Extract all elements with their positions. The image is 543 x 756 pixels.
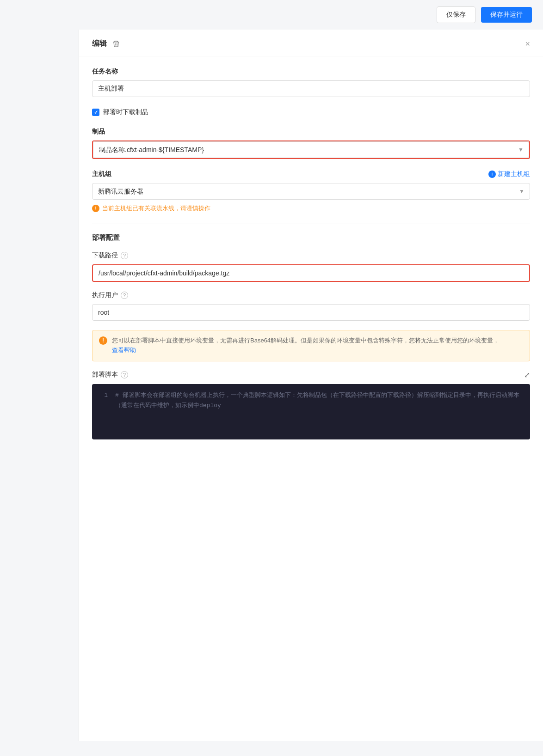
trash-icon[interactable]	[112, 40, 120, 48]
download-artifact-label: 部署时下载制品	[103, 108, 148, 116]
info-box-icon: !	[99, 336, 107, 345]
exec-user-label: 执行用户	[92, 291, 118, 299]
artifact-section: 制品 制品名称.cfxt-admin-${TIMESTAMP} ▼	[92, 128, 530, 159]
task-name-section: 任务名称	[92, 67, 530, 97]
download-path-subsection: 下载路径 ?	[92, 251, 530, 282]
new-host-group-label: 新建主机组	[498, 170, 530, 178]
host-group-section: 主机组 + 新建主机组 新腾讯云服务器 ▼ ! 当前主机组已有关联流水线，请谨慎…	[92, 170, 530, 213]
artifact-select[interactable]: 制品名称.cfxt-admin-${TIMESTAMP}	[93, 141, 529, 158]
exec-user-help-icon[interactable]: ?	[121, 292, 128, 299]
save-only-button[interactable]: 仅保存	[437, 6, 475, 23]
exec-user-input[interactable]	[92, 304, 530, 321]
script-section-header: 部署脚本 ? ⤢	[92, 371, 530, 379]
panel-title: 编辑	[92, 39, 107, 49]
task-name-input[interactable]	[92, 80, 530, 97]
warning-icon: !	[92, 205, 99, 212]
host-group-select[interactable]: 新腾讯云服务器	[92, 183, 530, 200]
script-label: 部署脚本	[92, 371, 118, 379]
divider-1	[92, 224, 530, 224]
new-host-group-plus-icon: +	[488, 171, 496, 178]
download-path-label: 下载路径	[92, 251, 118, 260]
close-icon[interactable]: ×	[525, 40, 530, 48]
top-bar: 仅保存 保存并运行	[0, 0, 543, 30]
edit-panel: 编辑 × 任务名称 部署时下载制品 制品 制品名称.cfxt-admin-${T…	[79, 30, 543, 741]
info-box: ! 您可以在部署脚本中直接使用环境变量，无需再进行Base64解码处理。但是如果…	[92, 330, 530, 361]
deploy-config-label: 部署配置	[92, 233, 530, 242]
info-box-link[interactable]: 查看帮助	[112, 347, 136, 354]
host-group-label: 主机组	[92, 170, 111, 178]
panel-title-group: 编辑	[92, 39, 120, 49]
exec-user-subsection: 执行用户 ?	[92, 291, 530, 321]
info-box-main-text: 您可以在部署脚本中直接使用环境变量，无需再进行Base64解码处理。但是如果你的…	[112, 337, 499, 344]
code-line-number-1: 1	[99, 390, 108, 411]
sidebar	[0, 0, 79, 756]
save-run-button[interactable]: 保存并运行	[481, 7, 532, 23]
download-path-label-row: 下载路径 ?	[92, 251, 530, 260]
code-editor[interactable]: 1 # 部署脚本会在部署组的每台机器上执行，一个典型脚本逻辑如下：先将制品包（在…	[92, 384, 530, 439]
host-group-warning-row: ! 当前主机组已有关联流水线，请谨慎操作	[92, 204, 530, 213]
script-label-row: 部署脚本 ?	[92, 371, 128, 379]
download-artifact-row: 部署时下载制品	[92, 108, 530, 116]
task-name-label: 任务名称	[92, 67, 530, 76]
download-artifact-checkbox[interactable]	[92, 109, 99, 116]
script-help-icon[interactable]: ?	[121, 371, 128, 378]
download-path-input[interactable]	[92, 264, 530, 282]
panel-header: 编辑 ×	[79, 30, 543, 56]
artifact-select-wrapper: 制品名称.cfxt-admin-${TIMESTAMP} ▼	[92, 140, 530, 159]
host-group-select-wrapper: 新腾讯云服务器 ▼	[92, 183, 530, 200]
info-box-text: 您可以在部署脚本中直接使用环境变量，无需再进行Base64解码处理。但是如果你的…	[112, 336, 499, 355]
download-path-help-icon[interactable]: ?	[121, 252, 128, 259]
new-host-group-button[interactable]: + 新建主机组	[488, 170, 530, 178]
code-comment-1: # 部署脚本会在部署组的每台机器上执行，一个典型脚本逻辑如下：先将制品包（在下载…	[115, 390, 524, 411]
host-group-warning-text: 当前主机组已有关联流水线，请谨慎操作	[102, 204, 210, 213]
host-group-header-row: 主机组 + 新建主机组	[92, 170, 530, 178]
artifact-label: 制品	[92, 128, 530, 136]
deploy-config-section: 部署配置 下载路径 ? 执行用户 ? !	[92, 233, 530, 439]
code-line-1: 1 # 部署脚本会在部署组的每台机器上执行，一个典型脚本逻辑如下：先将制品包（在…	[99, 390, 524, 411]
exec-user-label-row: 执行用户 ?	[92, 291, 530, 299]
expand-icon[interactable]: ⤢	[524, 371, 530, 379]
script-subsection: 部署脚本 ? ⤢ 1 # 部署脚本会在部署组的每台机器上执行，一个典型脚本逻辑如…	[92, 371, 530, 439]
panel-body: 任务名称 部署时下载制品 制品 制品名称.cfxt-admin-${TIMEST…	[79, 56, 543, 462]
